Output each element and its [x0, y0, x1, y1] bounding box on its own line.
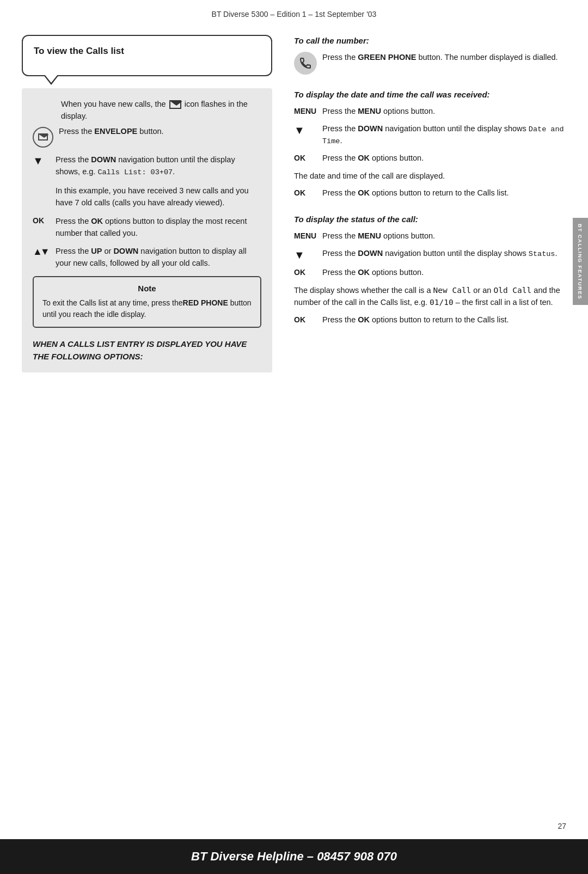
step-menu-1: MENU Press the MENU options button. [294, 106, 566, 118]
header-title: BT Diverse 5300 – Edition 1 – 1st Septem… [212, 10, 377, 19]
envelope-icon [38, 133, 48, 140]
phone-svg [299, 57, 312, 70]
arrow-up-down-icon: ▲▼ [33, 246, 50, 258]
calls-list-title: To view the Calls list [34, 46, 260, 57]
ok-label-2: OK [294, 152, 317, 162]
step-down-status-text: Press the DOWN navigation button until t… [322, 248, 557, 260]
ok-label-4: OK [294, 267, 317, 277]
note-box: Note To exit the Calls list at any time,… [33, 276, 261, 328]
ok-label-5: OK [294, 314, 317, 324]
step-menu-1-text: Press the MENU options button. [322, 106, 435, 118]
step-envelope: Press the ENVELOPE button. [33, 126, 261, 148]
envelope-circle-icon [33, 127, 53, 148]
footer-helpline: BT Diverse Helpline – 08457 908 070 [191, 849, 397, 864]
step-down-status: ▼ Press the DOWN navigation button until… [294, 248, 566, 261]
envelope-inline-icon [168, 100, 185, 108]
step-menu-2-text: Press the MENU options button. [322, 230, 435, 242]
menu-label-1: MENU [294, 106, 317, 115]
right-column: To call the number: Press the GREEN PHON… [289, 35, 566, 372]
sidebar-tab-label: BT CALLING FEATURES [578, 223, 584, 299]
step-ok-status: OK Press the OK options button. [294, 267, 566, 279]
page-number: 27 [558, 822, 566, 830]
status-display-note: The display shows whether the call is a … [294, 284, 566, 309]
step-down-date: ▼ Press the DOWN navigation button until… [294, 123, 566, 148]
step-envelope-text: Press the ENVELOPE button. [59, 126, 261, 138]
step-up-down: ▲▼ Press the UP or DOWN navigation butto… [33, 246, 261, 270]
main-content: To view the Calls list When you have new… [0, 24, 588, 383]
ok-label-1: OK [33, 216, 50, 225]
step-green-phone: Press the GREEN PHONE button. The number… [294, 52, 566, 75]
example-paragraph: In this example, you have received 3 new… [33, 185, 261, 209]
step-ok-date: OK Press the OK options button. [294, 152, 566, 164]
menu-label-2: MENU [294, 230, 317, 240]
step-down-text: Press the DOWN navigation button until t… [56, 154, 261, 178]
footer-bar: BT Diverse Helpline – 08457 908 070 [0, 839, 588, 874]
step-ok-date-text: Press the OK options button. [322, 152, 424, 164]
intro-paragraph: When you have new calls, the icon flashe… [33, 98, 261, 123]
date-display-note: The date and time of the call are displa… [294, 170, 566, 182]
sidebar-tab: BT CALLING FEATURES [573, 218, 588, 305]
section3-title: To display the status of the call: [294, 213, 566, 225]
note-title: Note [42, 284, 252, 293]
ok-label-3: OK [294, 187, 317, 197]
step-ok-display: OK Press the OK options button to displa… [33, 216, 261, 240]
step-up-down-text: Press the UP or DOWN navigation button t… [56, 246, 261, 270]
calls-list-box: To view the Calls list [22, 35, 272, 76]
section2-title: To display the date and time the call wa… [294, 89, 566, 100]
step-ok-return-2-text: Press the OK options button to return to… [322, 314, 509, 326]
step-ok-return-1-text: Press the OK options button to return to… [322, 187, 509, 199]
step-ok-text: Press the OK options button to display t… [56, 216, 261, 240]
gray-section: When you have new calls, the icon flashe… [22, 88, 272, 372]
section1-title: To call the number: [294, 35, 566, 46]
step-ok-return-1: OK Press the OK options button to return… [294, 187, 566, 199]
green-phone-icon [294, 52, 317, 75]
step-down-nav: ▼ Press the DOWN navigation button until… [33, 154, 261, 178]
when-calls-text: WHEN A CALLS LIST ENTRY IS DISPLAYED YOU… [33, 338, 261, 363]
step-ok-status-text: Press the OK options button. [322, 267, 424, 279]
note-text: To exit the Calls list at any time, pres… [42, 297, 252, 320]
page-header: BT Diverse 5300 – Edition 1 – 1st Septem… [0, 0, 588, 24]
step-menu-2: MENU Press the MENU options button. [294, 230, 566, 242]
arrow-down-2-icon: ▼ [294, 123, 317, 137]
step-green-phone-text: Press the GREEN PHONE button. The number… [322, 52, 558, 64]
arrow-down-icon: ▼ [33, 154, 50, 167]
step-ok-return-2: OK Press the OK options button to return… [294, 314, 566, 326]
arrow-down-3-icon: ▼ [294, 248, 317, 261]
left-column: To view the Calls list When you have new… [22, 35, 272, 372]
step-down-date-text: Press the DOWN navigation button until t… [322, 123, 566, 148]
